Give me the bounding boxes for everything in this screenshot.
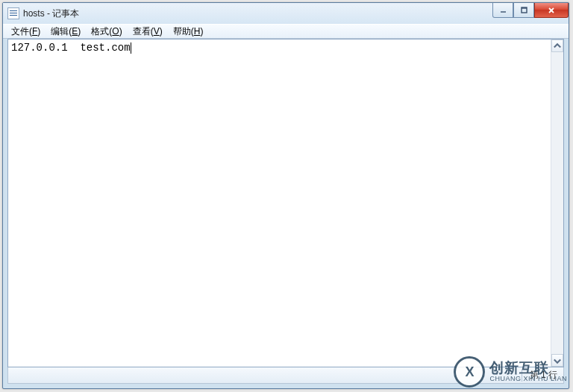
menubar: 文件(F) 编辑(E) 格式(O) 查看(V) 帮助(H) — [3, 24, 569, 39]
chevron-down-icon — [552, 355, 563, 366]
text-caret — [131, 42, 131, 54]
minimize-icon — [499, 6, 507, 14]
menu-file[interactable]: 文件(F) — [6, 25, 46, 39]
chevron-up-icon — [552, 41, 563, 51]
titlebar[interactable]: hosts - 记事本 — [3, 3, 569, 24]
menu-help[interactable]: 帮助(H) — [168, 25, 209, 39]
status-divider — [522, 370, 522, 382]
window-title: hosts - 记事本 — [23, 7, 79, 20]
notepad-window: hosts - 记事本 文件(F) 编辑(E) 格式(O) 查看(V) 帮助(H… — [2, 2, 569, 389]
close-icon — [547, 6, 556, 15]
editor-frame: 127.0.0.1 test.com — [7, 39, 564, 367]
maximize-icon — [520, 6, 528, 14]
vertical-scrollbar[interactable] — [551, 39, 563, 367]
close-button[interactable] — [534, 3, 569, 18]
minimize-button[interactable] — [492, 3, 513, 18]
scroll-down-button[interactable] — [551, 354, 563, 367]
text-editor[interactable]: 127.0.0.1 test.com — [8, 39, 551, 367]
editor-content: 127.0.0.1 test.com — [11, 42, 131, 54]
menu-format[interactable]: 格式(O) — [86, 25, 127, 39]
statusbar: 第 1 行 — [7, 367, 564, 384]
scroll-up-button[interactable] — [551, 39, 563, 52]
maximize-button[interactable] — [513, 3, 534, 18]
notepad-icon — [7, 7, 19, 19]
menu-edit[interactable]: 编辑(E) — [46, 25, 86, 39]
cursor-position: 第 1 行 — [530, 369, 557, 382]
menu-view[interactable]: 查看(V) — [128, 25, 168, 39]
scrollbar-track[interactable] — [551, 52, 563, 354]
window-controls — [492, 3, 569, 18]
